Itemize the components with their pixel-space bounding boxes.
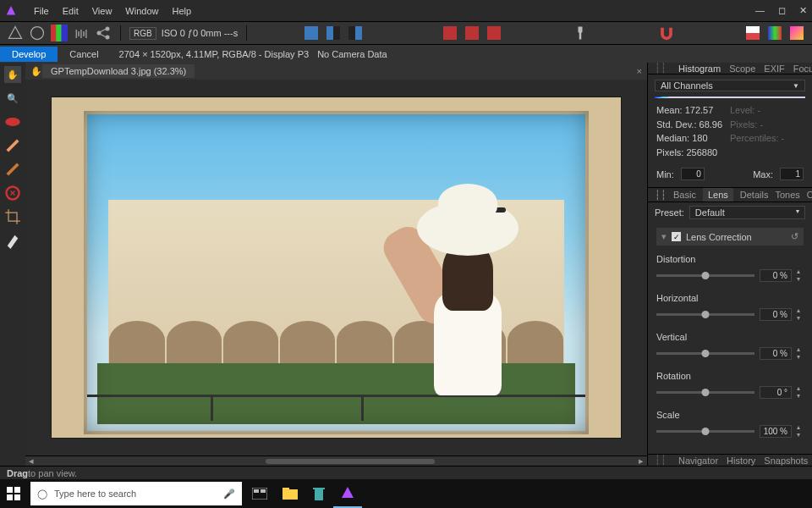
document-tab[interactable]: GPTempDownload 3.jpg (32.3%) [42, 64, 195, 78]
tab-tones[interactable]: Tones [775, 190, 799, 200]
triangle-logo-icon[interactable] [7, 25, 24, 41]
slider-stepper[interactable]: ▴▾ [797, 345, 804, 361]
horizontal-scrollbar[interactable]: ◂ ▸ [25, 456, 647, 466]
min-input[interactable] [681, 168, 705, 180]
window-controls: — ◻ ✕ [755, 5, 807, 16]
share-icon[interactable] [95, 25, 112, 41]
swatch3-icon[interactable] [788, 25, 805, 41]
slider-label: Vertical [656, 332, 804, 342]
scroll-thumb[interactable] [266, 459, 435, 464]
tab-histogram[interactable]: Histogram [678, 64, 721, 74]
magnet-icon[interactable] [658, 25, 675, 41]
menu-file[interactable]: File [34, 6, 49, 16]
canvas[interactable] [25, 80, 647, 456]
slider-value[interactable]: 0 ° [760, 386, 792, 399]
tab-basic[interactable]: Basic [673, 190, 696, 200]
start-button[interactable] [0, 479, 27, 508]
tab-history[interactable]: History [727, 456, 755, 466]
circle-icon[interactable] [29, 25, 46, 41]
minimize-icon[interactable]: — [755, 5, 765, 16]
slider-value[interactable]: 0 % [760, 347, 792, 360]
trash-icon[interactable] [306, 479, 332, 508]
max-input[interactable] [780, 168, 804, 180]
slider-knob[interactable] [702, 311, 710, 318]
panel-grip-icon[interactable]: ┆┆ [655, 63, 667, 74]
slider-track[interactable] [656, 430, 754, 433]
panel-grip-icon[interactable]: ┆┆ [655, 455, 667, 466]
slider-stepper[interactable]: ▴▾ [797, 306, 804, 322]
file-explorer-icon[interactable] [276, 479, 304, 508]
menu-window[interactable]: Window [125, 6, 158, 16]
slider-track[interactable] [656, 274, 754, 277]
slider-track[interactable] [656, 313, 754, 316]
develop-button[interactable]: Develop [0, 47, 58, 62]
slider-knob[interactable] [702, 350, 710, 357]
mic-icon[interactable]: 🎤 [223, 489, 235, 500]
slider-value[interactable]: 0 % [760, 308, 792, 321]
lens-correction-header[interactable]: ▾ ✓ Lens Correction ↺ [656, 228, 804, 246]
zoom-tool-icon[interactable]: 🔍 [4, 90, 21, 107]
redeye-tool-icon[interactable] [4, 113, 21, 130]
slider-value[interactable]: 0 % [760, 269, 792, 282]
slider-distortion: Distortion 0 % ▴▾ [656, 254, 804, 283]
slider-stepper[interactable]: ▴▾ [797, 268, 804, 283]
slider-vertical: Vertical 0 % ▴▾ [656, 332, 804, 361]
crop-tool-icon[interactable] [4, 208, 21, 225]
close-icon[interactable]: ✕ [799, 5, 807, 16]
svg-rect-19 [313, 488, 325, 489]
taskbar-search[interactable]: ◯ Type here to search 🎤 [30, 482, 242, 505]
red-box2-icon[interactable] [464, 25, 480, 41]
develop-bar: Develop Cancel 2704 × 1520px, 4.11MP, RG… [0, 44, 812, 63]
menu-help[interactable]: Help [172, 6, 191, 16]
channels-dropdown[interactable]: All Channels▼ [655, 80, 805, 91]
hand-tool-icon[interactable]: ✋ [4, 66, 21, 83]
tab-close-icon[interactable]: × [632, 66, 647, 76]
tab-lens[interactable]: Lens [703, 188, 733, 202]
tab-details[interactable]: Details [740, 190, 769, 200]
chevron-down-icon: ▼ [793, 82, 799, 90]
slider-knob[interactable] [702, 389, 710, 396]
brush-tool-icon[interactable] [4, 161, 21, 178]
swatch2-icon[interactable] [766, 25, 783, 41]
flashlight-icon[interactable] [572, 25, 589, 41]
bottom-panel-tabs: ┆┆ Navigator History Snapshots Info ≡ [648, 454, 812, 466]
red-box1-icon[interactable] [442, 25, 458, 41]
slider-value[interactable]: 100 % [760, 425, 792, 438]
maximize-icon[interactable]: ◻ [778, 5, 786, 16]
cancel-button[interactable]: Cancel [58, 47, 110, 62]
affinity-app-icon[interactable] [333, 479, 362, 508]
lens-checkbox[interactable]: ✓ [672, 232, 681, 241]
tab-overlays[interactable]: Overlays [807, 190, 812, 200]
blemish-tool-icon[interactable] [4, 137, 21, 154]
slider-knob[interactable] [702, 272, 710, 279]
split-view-icon[interactable] [325, 25, 342, 41]
slider-stepper[interactable]: ▴▾ [797, 384, 804, 400]
menu-edit[interactable]: Edit [63, 6, 79, 16]
preset-label: Preset: [655, 207, 684, 218]
single-view-icon[interactable] [303, 25, 320, 41]
task-view-icon[interactable] [245, 479, 274, 508]
color-cube-icon[interactable] [51, 25, 68, 41]
collapse-icon[interactable]: ▾ [661, 231, 667, 242]
slider-track[interactable] [656, 391, 754, 394]
red-box3-icon[interactable] [486, 25, 502, 41]
slider-stepper[interactable]: ▴▾ [797, 423, 804, 439]
tab-scope[interactable]: Scope [729, 64, 755, 74]
tab-navigator[interactable]: Navigator [678, 456, 718, 466]
mirror-view-icon[interactable] [347, 25, 364, 41]
svg-rect-10 [14, 487, 20, 493]
menu-view[interactable]: View [92, 6, 112, 16]
panel-grip-icon[interactable]: ┆┆ [655, 190, 667, 201]
bars-icon[interactable]: |ı|ı| [73, 25, 90, 41]
overlay-tool-icon[interactable] [4, 185, 21, 202]
tab-snapshots[interactable]: Snapshots [764, 456, 808, 466]
histogram-stats: Mean: 172.57 Std. Dev.: 68.96 Median: 18… [648, 98, 812, 164]
preset-dropdown[interactable]: Default▾ [689, 206, 805, 219]
slider-knob[interactable] [701, 428, 709, 435]
whitebalance-tool-icon[interactable] [4, 232, 21, 249]
slider-track[interactable] [656, 352, 754, 355]
tab-focus[interactable]: Focus [793, 64, 812, 74]
swatch1-icon[interactable] [744, 25, 761, 41]
tab-exif[interactable]: EXIF [764, 64, 784, 74]
reset-icon[interactable]: ↺ [791, 231, 798, 242]
